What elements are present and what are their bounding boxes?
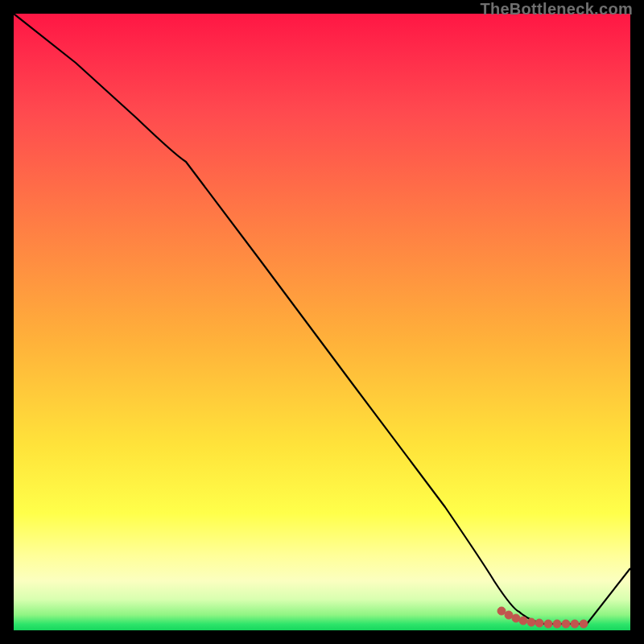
svg-point-9 xyxy=(571,620,579,628)
svg-point-8 xyxy=(562,620,570,628)
svg-point-5 xyxy=(535,619,543,627)
svg-point-4 xyxy=(527,618,535,626)
chart-overlay xyxy=(14,14,630,630)
svg-point-7 xyxy=(553,620,561,628)
watermark-text: TheBottleneck.com xyxy=(480,0,633,19)
svg-point-6 xyxy=(544,620,552,628)
svg-point-10 xyxy=(580,620,588,628)
chart-stage: TheBottleneck.com xyxy=(0,0,644,644)
series-curve xyxy=(14,14,630,624)
highlight-markers xyxy=(497,607,588,628)
svg-point-0 xyxy=(497,607,506,615)
plot-area xyxy=(14,14,630,630)
svg-point-3 xyxy=(519,617,527,625)
svg-point-2 xyxy=(512,614,520,622)
svg-point-1 xyxy=(505,611,513,619)
